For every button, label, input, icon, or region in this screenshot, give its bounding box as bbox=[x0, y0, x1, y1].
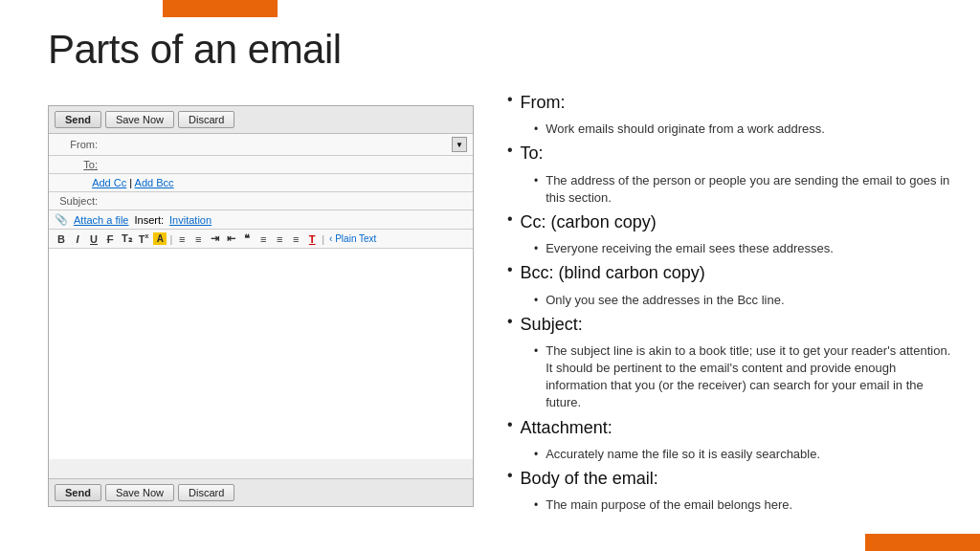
sub-subject: • The subject line is akin to a book tit… bbox=[534, 342, 957, 412]
to-input[interactable] bbox=[101, 159, 467, 170]
attachment-heading: Attachment: bbox=[521, 416, 612, 440]
sub-body: • The main purpose of the email belongs … bbox=[534, 496, 957, 514]
to-label: To: bbox=[55, 159, 98, 170]
section-from: • From: • Work emails should originate f… bbox=[507, 91, 957, 138]
align-center-button[interactable]: ≡ bbox=[273, 233, 286, 245]
body-detail: The main purpose of the email belongs he… bbox=[546, 496, 792, 514]
bullet-dot: • bbox=[507, 89, 513, 110]
bullet-dot: • bbox=[507, 259, 513, 280]
add-bcc-link[interactable]: Add Bcc bbox=[135, 177, 174, 188]
section-bcc: • Bcc: (blind carbon copy) • Only you se… bbox=[507, 261, 957, 308]
invitation-link[interactable]: Invitation bbox=[169, 214, 212, 226]
discard-button-bottom[interactable]: Discard bbox=[178, 484, 234, 501]
section-cc: • Cc: (carbon copy) • Everyone receiving… bbox=[507, 210, 957, 257]
from-input[interactable] bbox=[101, 139, 448, 150]
subject-heading: Subject: bbox=[521, 313, 583, 337]
save-now-button[interactable]: Save Now bbox=[105, 111, 174, 128]
subject-input[interactable] bbox=[101, 195, 467, 207]
fmt-sep1: | bbox=[169, 233, 172, 245]
sub-dot: • bbox=[534, 343, 538, 360]
bullet-subject: • Subject: bbox=[507, 313, 957, 337]
insert-label: Insert: bbox=[134, 214, 164, 226]
italic-button[interactable]: I bbox=[71, 233, 84, 245]
sub-dot: • bbox=[534, 121, 538, 138]
formatting-toolbar: B I U F T₂ Tx A | ≡ ≡ ⇥ ⇤ ❝ ≡ ≡ ≡ T | ‹ … bbox=[49, 230, 473, 249]
color-button[interactable]: A bbox=[153, 232, 167, 245]
bullet-attachment: • Attachment: bbox=[507, 416, 957, 440]
email-mockup: Send Save Now Discard From: ▼ To: Add Cc… bbox=[48, 105, 474, 507]
bullet-dot: • bbox=[507, 311, 513, 332]
from-heading: From: bbox=[521, 91, 566, 115]
bcc-detail: Only you see the addresses in the Bcc li… bbox=[546, 292, 784, 309]
bullet-bcc: • Bcc: (blind carbon copy) bbox=[507, 261, 957, 285]
section-to: • To: • The address of the person or peo… bbox=[507, 142, 957, 207]
cc-heading: Cc: (carbon copy) bbox=[521, 210, 657, 234]
sub-dot: • bbox=[534, 447, 538, 463]
to-detail: The address of the person or people you … bbox=[546, 172, 957, 207]
email-body-area[interactable] bbox=[49, 249, 473, 459]
orange-accent-top bbox=[163, 0, 278, 17]
attach-file-link[interactable]: Attach a file bbox=[74, 214, 128, 226]
fmt-sep2: | bbox=[322, 233, 324, 245]
bullet-dot: • bbox=[507, 465, 513, 486]
bullet-from: • From: bbox=[507, 91, 957, 115]
from-detail: Work emails should originate from a work… bbox=[546, 121, 825, 138]
bullet-to: • To: bbox=[507, 142, 957, 165]
bullet-list: • From: • Work emails should originate f… bbox=[507, 91, 957, 518]
subscript-button[interactable]: T₂ bbox=[120, 232, 134, 245]
cc-detail: Everyone receiving the email sees these … bbox=[546, 240, 834, 257]
sub-attachment: • Accurately name the file so it is easi… bbox=[534, 446, 957, 463]
bullet-dot: • bbox=[507, 209, 513, 230]
from-label: From: bbox=[55, 139, 98, 150]
sub-dot: • bbox=[534, 173, 538, 189]
sub-bcc: • Only you see the addresses in the Bcc … bbox=[534, 292, 957, 309]
sub-dot: • bbox=[534, 293, 538, 309]
font-button[interactable]: F bbox=[103, 233, 117, 245]
section-body: • Body of the email: • The main purpose … bbox=[507, 467, 957, 514]
subject-field-row: Subject: bbox=[49, 192, 473, 210]
bullet-dot: • bbox=[507, 140, 513, 161]
indent-button[interactable]: ⇥ bbox=[208, 232, 221, 245]
sub-cc: • Everyone receiving the email sees thes… bbox=[534, 240, 957, 257]
sub-dot: • bbox=[534, 241, 538, 257]
superscript-button[interactable]: Tx bbox=[137, 232, 151, 245]
underline-button[interactable]: U bbox=[87, 233, 100, 245]
attach-row: 📎 Attach a file Insert: Invitation bbox=[49, 210, 473, 230]
sub-to: • The address of the person or people yo… bbox=[534, 172, 957, 207]
sub-dot: • bbox=[534, 497, 538, 514]
bold-button[interactable]: B bbox=[55, 233, 68, 245]
subject-label: Subject: bbox=[55, 195, 98, 207]
save-now-button-bottom[interactable]: Save Now bbox=[105, 484, 174, 501]
bullet-body: • Body of the email: bbox=[507, 467, 957, 491]
discard-button[interactable]: Discard bbox=[178, 111, 234, 128]
from-field-row: From: ▼ bbox=[49, 134, 473, 156]
text-color-button[interactable]: T bbox=[305, 233, 319, 245]
bullet-cc: • Cc: (carbon copy) bbox=[507, 210, 957, 234]
to-heading: To: bbox=[521, 142, 544, 165]
to-field-row: To: bbox=[49, 156, 473, 174]
bcc-heading: Bcc: (blind carbon copy) bbox=[521, 261, 705, 285]
section-attachment: • Attachment: • Accurately name the file… bbox=[507, 416, 957, 463]
subject-detail: The subject line is akin to a book title… bbox=[546, 342, 957, 412]
add-cc-link[interactable]: Add Cc bbox=[92, 177, 126, 188]
align-right-button[interactable]: ≡ bbox=[289, 233, 302, 245]
orange-accent-bottom bbox=[865, 534, 980, 551]
plain-text-button[interactable]: ‹ Plain Text bbox=[327, 233, 378, 244]
bullet-dot: • bbox=[507, 414, 513, 435]
body-heading: Body of the email: bbox=[521, 467, 658, 491]
ordered-list-button[interactable]: ≡ bbox=[191, 233, 205, 245]
attachment-detail: Accurately name the file so it is easily… bbox=[546, 446, 820, 463]
send-button-bottom[interactable]: Send bbox=[55, 484, 101, 501]
email-top-toolbar: Send Save Now Discard bbox=[49, 106, 473, 134]
sub-from: • Work emails should originate from a wo… bbox=[534, 121, 957, 138]
send-button[interactable]: Send bbox=[55, 111, 101, 128]
align-left-button[interactable]: ≡ bbox=[256, 233, 270, 245]
page-title: Parts of an email bbox=[48, 27, 342, 73]
unordered-list-button[interactable]: ≡ bbox=[175, 233, 189, 245]
outdent-button[interactable]: ⇤ bbox=[224, 232, 237, 245]
email-bottom-toolbar: Send Save Now Discard bbox=[49, 478, 473, 506]
blockquote-button[interactable]: ❝ bbox=[240, 232, 254, 245]
from-dropdown[interactable]: ▼ bbox=[452, 137, 467, 152]
section-subject: • Subject: • The subject line is akin to… bbox=[507, 313, 957, 412]
paperclip-icon: 📎 bbox=[55, 213, 68, 226]
